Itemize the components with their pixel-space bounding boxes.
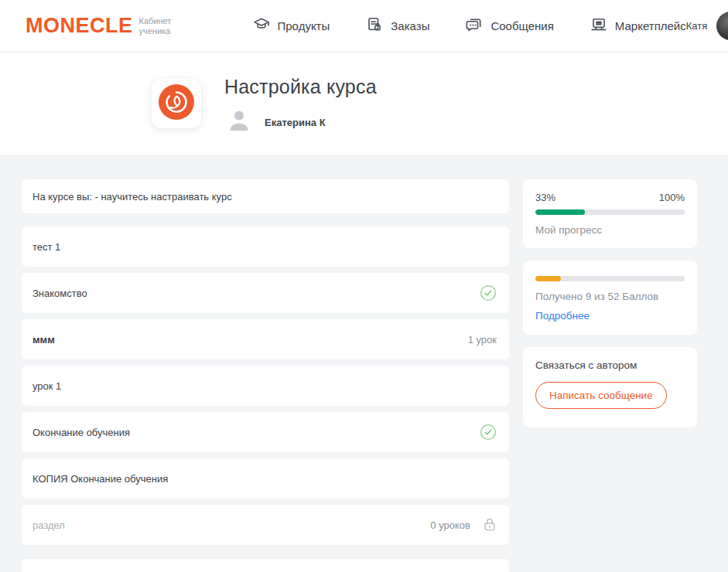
points-card: Получено 9 из 52 Баллов Подробнее — [523, 260, 697, 335]
course-description-card: На курсе вы: - научитесь настраивать кур… — [22, 179, 509, 213]
points-caption: Получено 9 из 52 Баллов — [535, 291, 685, 302]
progress-max-label: 100% — [659, 192, 685, 203]
course-item-label: Окончание обучения — [32, 427, 130, 438]
contact-author-title: Связаться с автором — [535, 359, 685, 371]
course-item-list: тест 1 Знакомство — [22, 226, 509, 545]
course-item-label: КОПИЯ Окончание обучения — [32, 473, 168, 485]
progress-caption: Мой прогресс — [535, 224, 685, 236]
author-row[interactable]: Екатерина К — [224, 106, 377, 138]
nav-item-orders[interactable]: Заказы — [365, 15, 429, 37]
my-progress-fill — [535, 209, 585, 215]
course-item-label: ммм — [32, 334, 55, 346]
course-item-label: урок 1 — [32, 380, 61, 392]
nav-item-marketplace[interactable]: Маркетплейс — [590, 15, 686, 37]
course-item-label: раздел — [32, 519, 65, 531]
user-avatar[interactable] — [716, 12, 728, 40]
lock-icon — [483, 517, 497, 533]
orders-receipt-icon — [365, 15, 384, 37]
marketplace-laptop-icon — [590, 15, 608, 37]
author-avatar-placeholder-icon — [224, 106, 254, 138]
nav-item-products[interactable]: Продукты — [252, 15, 330, 37]
completed-check-icon — [480, 424, 497, 441]
author-name: Екатерина К — [265, 117, 326, 128]
completed-check-icon — [480, 284, 497, 301]
points-details-link[interactable]: Подробнее — [535, 310, 590, 322]
course-item[interactable]: раздел 0 уроков — [22, 505, 509, 545]
user-name: Катя — [686, 20, 708, 32]
write-message-button[interactable]: Написать сообщение — [535, 382, 667, 409]
top-navigation-bar: MONECLE Кабинет ученика Продукты Заказы … — [0, 0, 728, 53]
nav-item-messages[interactable]: Сообщения — [465, 15, 553, 37]
course-item-meta: 1 урок — [468, 334, 497, 346]
course-item-partial[interactable] — [22, 559, 509, 572]
course-description-text: На курсе вы: - научитесь настраивать кур… — [32, 191, 232, 203]
logo[interactable]: MONECLE Кабинет ученика — [26, 14, 183, 38]
course-item-meta: 0 уроков — [430, 519, 470, 531]
sidebar: 33% 100% Мой прогресс Получено 9 из 52 Б… — [523, 179, 697, 440]
nav-label: Продукты — [278, 19, 330, 32]
graduation-cap-icon — [252, 15, 271, 37]
course-content-column: На курсе вы: - научитесь настраивать кур… — [22, 179, 509, 572]
chat-bubble-icon — [465, 15, 484, 37]
progress-bar-track — [535, 209, 685, 215]
progress-current-label: 33% — [535, 192, 555, 203]
course-item[interactable]: Знакомство — [22, 273, 509, 313]
logo-subtitle: Кабинет ученика — [139, 16, 183, 36]
nav-label: Сообщения — [490, 19, 553, 32]
course-logo — [152, 79, 201, 128]
course-item-label: Знакомство — [32, 288, 87, 299]
course-item[interactable]: тест 1 — [22, 226, 509, 267]
progress-card: 33% 100% Мой прогресс — [523, 179, 697, 248]
page-title: Настройка курса — [224, 76, 377, 98]
nav-label: Маркетплейс — [615, 19, 686, 32]
course-item[interactable]: Окончание обучения — [22, 412, 509, 452]
nav-label: Заказы — [391, 19, 429, 32]
course-header: Настройка курса Екатерина К — [0, 53, 728, 155]
main-nav: Продукты Заказы Сообщения Маркетплейс — [252, 15, 686, 37]
content-area: На курсе вы: - научитесь настраивать кур… — [0, 155, 728, 572]
points-fill — [535, 276, 561, 281]
user-menu[interactable]: Катя — [686, 12, 728, 40]
course-item[interactable]: урок 1 — [22, 366, 509, 406]
points-bar-track — [535, 276, 685, 281]
course-item[interactable]: КОПИЯ Окончание обучения — [22, 458, 509, 499]
course-item[interactable]: ммм 1 урок — [22, 319, 509, 359]
contact-author-card: Связаться с автором Написать сообщение — [523, 347, 697, 427]
logo-text: MONECLE — [26, 14, 133, 38]
flame-swirl-icon — [158, 83, 195, 124]
course-item-label: тест 1 — [32, 241, 60, 253]
